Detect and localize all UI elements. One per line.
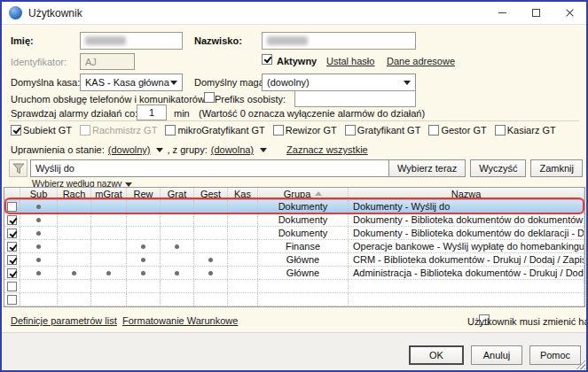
table-body: DokumentyDokumenty - Wyślij doDokumentyD…: [4, 200, 584, 306]
identifier-field: AJ: [80, 53, 135, 70]
permission-dot: [175, 271, 179, 275]
last-name-label: Nazwisko:: [194, 35, 242, 46]
select-all-link[interactable]: Zaznacz wszystkie: [286, 144, 368, 155]
table-header: SubRachmGratRewGratGestKasGrupaNazwa: [4, 188, 584, 200]
alarm-unit-label: min: [174, 108, 190, 119]
permissions-table: SubRachmGratRewGratGestKasGrupaNazwa Dok…: [4, 187, 585, 307]
permission-search-combobox[interactable]: Wyślij do: [30, 159, 431, 177]
personal-prefix-field[interactable]: [294, 90, 416, 107]
column-header-kas[interactable]: Kas: [228, 188, 258, 199]
sort-ascending-icon: [315, 191, 322, 196]
module-checkbox-item[interactable]: Kasiarz GT: [495, 125, 556, 136]
column-header-label: Grupa: [284, 189, 311, 199]
select-now-button[interactable]: Wybierz teraz: [388, 159, 466, 177]
module-checkbox[interactable]: [345, 125, 356, 136]
module-checkbox[interactable]: [80, 125, 90, 136]
table-row[interactable]: DokumentyDokumenty - Biblioteka dokument…: [4, 227, 584, 240]
row-name: [349, 293, 584, 306]
module-checkbox-item[interactable]: Gratyfikant GT: [345, 125, 421, 136]
table-row[interactable]: GłówneAdministracja - Biblioteka dokumen…: [4, 267, 584, 280]
column-header-nazwa[interactable]: Nazwa: [349, 188, 584, 199]
default-cash-dropdown[interactable]: KAS - Kasa główna: [80, 74, 183, 91]
module-checkbox-item[interactable]: Rewizor GT: [273, 125, 337, 136]
minimize-icon: [498, 12, 506, 13]
row-checkbox[interactable]: [7, 255, 17, 265]
first-name-label: Imię:: [11, 35, 34, 46]
table-row[interactable]: [4, 293, 584, 306]
conditional-formatting-link[interactable]: Formatowanie Warunkowe: [122, 315, 238, 326]
active-label: Aktywny: [277, 56, 317, 66]
state-filter-link[interactable]: (dowolny): [108, 144, 151, 155]
column-header-grupa[interactable]: Grupa: [258, 188, 349, 199]
row-name: Operacje bankowe - Wyślij wypłatę do hom…: [349, 240, 584, 252]
close-filter-button[interactable]: Zamknij: [530, 159, 583, 177]
filter-funnel-button[interactable]: [9, 159, 27, 177]
row-checkbox[interactable]: [7, 242, 17, 252]
default-cash-label: Domyślna kasa:: [11, 77, 80, 88]
help-button[interactable]: Pomoc: [529, 345, 581, 365]
minimize-button[interactable]: [485, 2, 519, 24]
permission-dot: [106, 271, 111, 275]
row-name: Dokumenty - Biblioteka dokumentów do dok…: [349, 213, 584, 226]
module-checkbox[interactable]: [273, 125, 284, 136]
module-checkbox-item[interactable]: Rachmistrz GT: [80, 125, 157, 136]
cancel-button[interactable]: Anuluj: [471, 345, 522, 365]
module-checkbox[interactable]: [495, 125, 506, 136]
group-filter-link[interactable]: (dowolna): [211, 144, 254, 155]
table-row[interactable]: GłówneCRM - Biblioteka dokumentów - Druk…: [4, 253, 584, 267]
title-bar: Użytkownik: [2, 2, 586, 25]
column-header-label: Rach: [63, 189, 86, 199]
set-password-link[interactable]: Ustal hasło: [326, 56, 374, 66]
row-name: Administracja - Biblioteka dokumentów - …: [349, 267, 584, 279]
module-label: mikroGratyfikant GT: [177, 125, 264, 136]
last-name-field[interactable]: [262, 32, 416, 50]
module-checkbox-item[interactable]: mikroGratyfikant GT: [165, 125, 264, 136]
redacted-first-name: [85, 36, 126, 45]
permission-dot: [36, 205, 41, 209]
table-row[interactable]: DokumentyDokumenty - Wyślij do: [4, 200, 584, 213]
redacted-last-name: [267, 36, 308, 45]
permission-dot: [208, 258, 213, 262]
column-header-rach[interactable]: Rach: [58, 188, 91, 199]
alarm-interval-field[interactable]: 1: [137, 105, 167, 120]
table-row[interactable]: FinanseOperacje bankowe - Wyślij wypłatę…: [4, 240, 584, 253]
row-checkbox[interactable]: [7, 268, 17, 278]
ok-button[interactable]: OK: [409, 345, 464, 365]
default-warehouse-dropdown[interactable]: (dowolny): [262, 74, 416, 91]
header-checkbox-column: [4, 188, 20, 199]
column-header-gest[interactable]: Gest: [194, 188, 228, 199]
address-data-link[interactable]: Dane adresowe: [387, 56, 455, 66]
close-icon: [565, 8, 575, 18]
maximize-button[interactable]: [519, 2, 553, 24]
column-header-mgrat[interactable]: mGrat: [91, 188, 127, 199]
first-name-field[interactable]: [80, 32, 183, 50]
funnel-icon: [12, 163, 25, 174]
phones-checkbox[interactable]: [204, 92, 215, 103]
row-checkbox[interactable]: [7, 282, 17, 291]
list-params-link[interactable]: Definicje parametrów list: [11, 315, 117, 326]
module-checkbox-item[interactable]: Gestor GT: [428, 125, 486, 136]
column-header-sub[interactable]: Sub: [20, 188, 58, 199]
table-row[interactable]: [4, 280, 584, 293]
module-checkbox-item[interactable]: Subiekt GT: [11, 125, 72, 136]
alarm-interval-value: 1: [149, 107, 154, 118]
row-checkbox[interactable]: [7, 202, 17, 212]
permission-dot: [208, 271, 213, 275]
row-checkbox[interactable]: [7, 215, 17, 225]
identifier-label: Identyfikator:: [11, 57, 67, 67]
active-checkbox[interactable]: [262, 54, 272, 65]
permissions-label: Uprawnienia o stanie:: [11, 144, 105, 155]
module-label: Gratyfikant GT: [357, 125, 421, 136]
module-checkbox[interactable]: [428, 125, 439, 136]
module-checkbox[interactable]: [11, 125, 21, 136]
permission-dot: [175, 244, 179, 249]
module-checkbox[interactable]: [165, 125, 176, 136]
column-header-rew[interactable]: Rew: [127, 188, 161, 199]
row-checkbox[interactable]: [7, 295, 17, 305]
column-header-grat[interactable]: Grat: [161, 188, 194, 199]
clear-button[interactable]: Wyczyść: [470, 159, 526, 177]
table-row[interactable]: DokumentyDokumenty - Biblioteka dokument…: [4, 213, 584, 227]
close-button[interactable]: [553, 2, 586, 24]
row-checkbox[interactable]: [7, 229, 17, 238]
window-title: Użytkownik: [28, 7, 82, 19]
